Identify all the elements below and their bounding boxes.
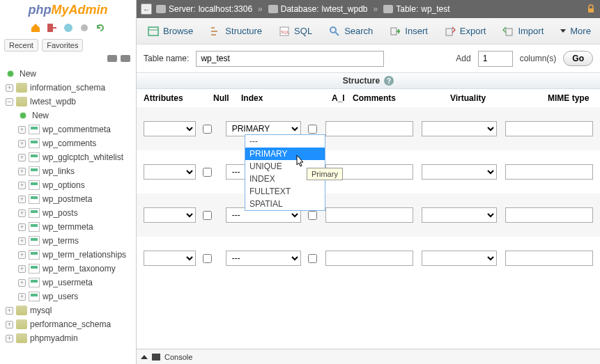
expand-icon[interactable]: + <box>18 168 26 175</box>
tree-tbl-wp_postmeta[interactable]: +wp_postmeta <box>3 192 136 206</box>
expand-icon[interactable]: + <box>18 154 26 161</box>
crumb-server[interactable]: localhost:3306 <box>199 4 252 14</box>
ai-checkbox[interactable] <box>308 125 317 134</box>
tree-tbl-wp_links[interactable]: +wp_links <box>3 164 136 178</box>
console-bar[interactable]: Console <box>137 349 600 364</box>
menu-sql[interactable]: SQLSQL <box>272 22 319 41</box>
null-checkbox[interactable] <box>203 168 212 177</box>
index-option-none[interactable]: --- <box>245 135 325 148</box>
collapse-icon[interactable]: − <box>6 98 13 106</box>
recent-tab[interactable]: Recent <box>4 39 38 52</box>
tree-tbl-wp_term_relationships[interactable]: +wp_term_relationships <box>3 248 136 262</box>
go-button[interactable]: Go <box>563 51 593 66</box>
comments-input[interactable] <box>325 251 413 266</box>
tree-tbl-wp_commentmeta[interactable]: +wp_commentmeta <box>3 122 136 136</box>
tree-tbl-wp_termmeta[interactable]: +wp_termmeta <box>3 220 136 234</box>
tree-tbl-wp_term_taxonomy[interactable]: +wp_term_taxonomy <box>3 262 136 276</box>
svg-rect-10 <box>391 28 397 35</box>
top-menu: Browse Structure SQLSQL Search Insert Ex… <box>137 18 600 45</box>
logo[interactable]: phpMyAdmin <box>0 0 136 19</box>
menu-insert[interactable]: Insert <box>383 22 435 41</box>
ai-checkbox[interactable] <box>308 254 317 263</box>
comments-input[interactable] <box>325 121 413 136</box>
menu-structure[interactable]: Structure <box>203 22 269 41</box>
logout-icon[interactable] <box>46 22 57 33</box>
tree-tbl-wp_users[interactable]: +wp_users <box>3 290 136 303</box>
table-icon <box>29 236 40 246</box>
expand-icon[interactable]: + <box>6 335 13 342</box>
svg-point-1 <box>64 24 72 32</box>
expand-icon[interactable]: + <box>18 209 26 217</box>
columns-header: Attributes Null Index A_I Comments Virtu… <box>137 89 600 107</box>
col-mime: MIME type <box>548 93 593 103</box>
menu-export[interactable]: Export <box>438 22 493 41</box>
add-columns-input[interactable] <box>478 51 513 67</box>
index-option-spatial[interactable]: SPATIAL <box>245 198 325 210</box>
mime-input[interactable] <box>505 207 593 223</box>
help-icon[interactable]: ? <box>384 76 394 86</box>
crumb-table[interactable]: wp_test <box>421 4 449 14</box>
expand-icon[interactable]: + <box>18 140 26 148</box>
tree-db-performance_schema[interactable]: +performance_schema <box>3 317 136 331</box>
attributes-select[interactable] <box>144 121 196 136</box>
table-name-input[interactable] <box>196 51 384 67</box>
ai-checkbox[interactable] <box>308 211 317 220</box>
virtuality-select[interactable] <box>422 251 497 266</box>
expand-icon[interactable]: + <box>6 307 13 315</box>
mime-input[interactable] <box>505 251 593 266</box>
attributes-select[interactable] <box>144 207 196 223</box>
menu-browse[interactable]: Browse <box>141 22 200 41</box>
settings-icon[interactable] <box>79 22 90 33</box>
virtuality-select[interactable] <box>422 121 497 136</box>
crumb-database[interactable]: lwtest_wpdb <box>321 4 367 14</box>
lock-icon[interactable] <box>586 4 596 14</box>
tree-new[interactable]: New <box>3 67 136 81</box>
tree-db-phpmyadmin[interactable]: +phpmyadmin <box>3 331 136 345</box>
expand-icon[interactable]: + <box>18 182 26 189</box>
expand-icon[interactable]: + <box>18 265 26 273</box>
expand-icon[interactable]: + <box>18 237 26 245</box>
mime-input[interactable] <box>505 164 593 180</box>
expand-icon[interactable]: + <box>18 223 26 231</box>
null-checkbox[interactable] <box>203 211 212 220</box>
home-icon[interactable] <box>30 22 41 33</box>
attributes-select[interactable] <box>144 251 196 266</box>
index-select[interactable]: --- <box>226 251 301 266</box>
virtuality-select[interactable] <box>422 164 497 180</box>
tree-db-mysql[interactable]: +mysql <box>3 303 136 317</box>
collapse-all-icon[interactable] <box>107 55 117 62</box>
expand-icon[interactable]: + <box>6 321 13 329</box>
expand-icon[interactable]: + <box>18 196 26 203</box>
svg-line-9 <box>335 32 339 35</box>
unlink-icon[interactable] <box>121 55 130 62</box>
favorites-tab[interactable]: Favorites <box>42 39 83 52</box>
tree-new-table[interactable]: New <box>3 109 136 122</box>
index-option-primary[interactable]: PRIMARY <box>245 148 325 160</box>
expand-icon[interactable]: + <box>6 84 13 92</box>
reload-icon[interactable] <box>95 22 106 33</box>
tree-db-information_schema[interactable]: +information_schema <box>3 81 136 95</box>
tree-db-lwtest_wpdb[interactable]: −lwtest_wpdb <box>3 95 136 109</box>
tree-tbl-wp_gglcptch_whitelist[interactable]: +wp_gglcptch_whitelist <box>3 150 136 164</box>
docs-icon[interactable] <box>63 22 74 33</box>
expand-icon[interactable]: + <box>18 293 26 301</box>
tree-tbl-wp_terms[interactable]: +wp_terms <box>3 234 136 248</box>
index-option-fulltext[interactable]: FULLTEXT <box>245 185 325 198</box>
comments-input[interactable] <box>325 207 413 223</box>
mime-input[interactable] <box>505 121 593 136</box>
expand-icon[interactable]: + <box>18 279 26 287</box>
tree-tbl-wp_comments[interactable]: +wp_comments <box>3 136 136 150</box>
attributes-select[interactable] <box>144 164 196 180</box>
menu-more[interactable]: More <box>553 22 598 40</box>
expand-icon[interactable]: + <box>18 251 26 259</box>
tree-tbl-wp_options[interactable]: +wp_options <box>3 178 136 192</box>
tree-tbl-wp_usermeta[interactable]: +wp_usermeta <box>3 276 136 290</box>
null-checkbox[interactable] <box>203 254 212 263</box>
expand-icon[interactable]: + <box>18 126 26 134</box>
tree-tbl-wp_posts[interactable]: +wp_posts <box>3 206 136 220</box>
menu-search[interactable]: Search <box>322 22 380 41</box>
null-checkbox[interactable] <box>203 125 212 134</box>
nav-back-button[interactable]: ← <box>141 3 152 15</box>
menu-import[interactable]: Import <box>495 22 551 41</box>
virtuality-select[interactable] <box>422 207 497 223</box>
